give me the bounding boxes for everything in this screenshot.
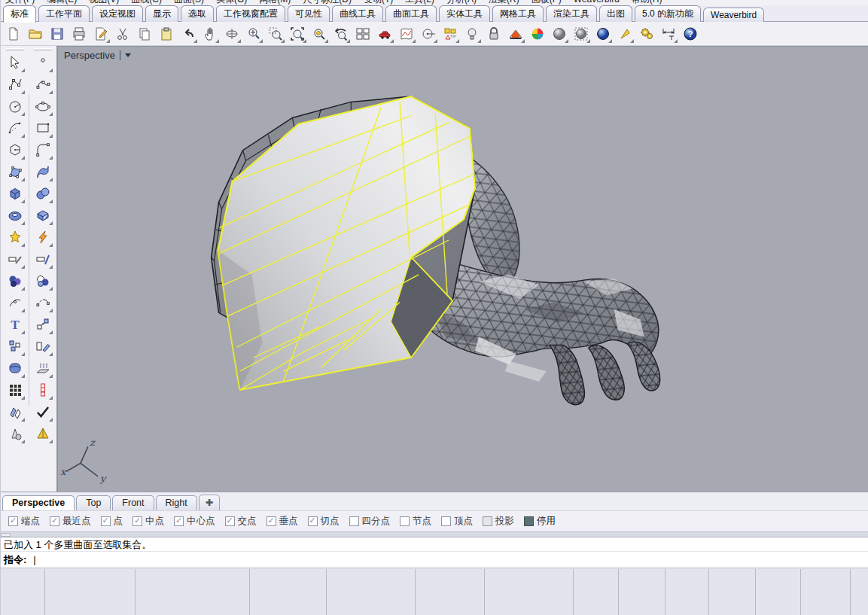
- polygon-icon[interactable]: [5, 139, 26, 160]
- osnap-toggle[interactable]: 四分点: [349, 515, 391, 528]
- osnap-checkbox[interactable]: [50, 516, 59, 526]
- arc-icon[interactable]: [5, 117, 26, 139]
- ribbon-tab[interactable]: 出图: [599, 5, 632, 22]
- save-icon[interactable]: [47, 24, 67, 44]
- cone-sphere-icon[interactable]: [5, 423, 26, 444]
- ribbon-tab[interactable]: 5.0 的新功能: [635, 5, 701, 22]
- select-by-type-icon[interactable]: [440, 24, 460, 44]
- array-grid-icon[interactable]: [5, 379, 26, 400]
- ribbon-tab[interactable]: 可见性: [288, 5, 330, 22]
- osnap-toggle[interactable]: 点: [101, 515, 123, 528]
- surface-patch-icon[interactable]: [32, 205, 53, 226]
- viewport-perspective[interactable]: Perspective: [57, 46, 868, 492]
- dimension-icon[interactable]: [659, 24, 678, 44]
- ribbon-tab[interactable]: 设定视图: [92, 5, 143, 22]
- blocks-icon[interactable]: [5, 336, 26, 357]
- zoom-window-icon[interactable]: [266, 24, 285, 44]
- fillet-edge-icon[interactable]: [5, 358, 26, 379]
- star-burst-icon[interactable]: [5, 227, 26, 248]
- walkabout-car-icon[interactable]: [375, 24, 394, 44]
- osnap-toggle[interactable]: 最近点: [50, 515, 91, 528]
- ribbon-tab[interactable]: 显示: [145, 5, 178, 22]
- ribbon-tab[interactable]: 渲染工具: [546, 5, 597, 22]
- zoom-selected-icon[interactable]: [309, 24, 329, 44]
- spotlight-icon[interactable]: [615, 24, 635, 44]
- pan-hand-icon[interactable]: [200, 24, 220, 44]
- interpolate-curve-icon[interactable]: [32, 74, 53, 95]
- osnap-checkbox[interactable]: [132, 516, 142, 526]
- linear-array-icon[interactable]: [32, 379, 53, 400]
- zoom-extents-icon[interactable]: [288, 24, 307, 44]
- pyramid-icon[interactable]: [32, 423, 53, 444]
- osnap-checkbox[interactable]: [308, 516, 318, 526]
- osnap-toggle[interactable]: 顶点: [441, 515, 473, 528]
- viewport-tab[interactable]: Right: [156, 495, 197, 510]
- ribbon-tab[interactable]: 选取: [181, 5, 214, 22]
- osnap-toggle[interactable]: 切点: [308, 515, 340, 528]
- osnap-checkbox[interactable]: [8, 516, 18, 526]
- osnap-checkbox[interactable]: [400, 516, 410, 526]
- osnap-checkbox[interactable]: [266, 516, 276, 526]
- drape-icon[interactable]: [32, 358, 53, 379]
- fillet-corner-icon[interactable]: [32, 139, 53, 160]
- copy-icon[interactable]: [135, 24, 154, 44]
- shaded-display-icon[interactable]: [550, 24, 569, 44]
- osnap-toggle[interactable]: 节点: [400, 515, 431, 528]
- open-file-icon[interactable]: [26, 24, 45, 44]
- viewport-tab[interactable]: Front: [112, 495, 154, 510]
- zoom-dynamic-icon[interactable]: [244, 24, 263, 44]
- surface-points-icon[interactable]: [5, 161, 26, 182]
- osnap-checkbox[interactable]: [101, 516, 111, 526]
- menu-item[interactable]: 实体(O): [216, 0, 247, 5]
- boolean-spheres-icon[interactable]: [32, 183, 53, 204]
- ribbon-tab[interactable]: 实体工具: [439, 5, 490, 22]
- menu-item[interactable]: 视图(V): [89, 0, 119, 5]
- single-point-icon[interactable]: [32, 52, 53, 73]
- osnap-toggle[interactable]: 投影: [483, 515, 514, 528]
- camera-target-icon[interactable]: [419, 24, 438, 44]
- help-icon[interactable]: ?: [681, 24, 700, 44]
- page-edit-icon[interactable]: [91, 24, 111, 44]
- menu-item[interactable]: Weaverbird: [574, 0, 620, 5]
- menu-item[interactable]: 文件(F): [5, 0, 35, 5]
- polyline-icon[interactable]: [5, 74, 26, 95]
- circle-icon[interactable]: [5, 96, 26, 117]
- menu-item[interactable]: 曲线(C): [131, 0, 162, 5]
- undo-icon[interactable]: [178, 24, 198, 44]
- ribbon-tab[interactable]: 网格工具: [492, 5, 544, 22]
- options-gears-icon[interactable]: [637, 24, 656, 44]
- torus-icon[interactable]: [5, 205, 26, 226]
- menu-item[interactable]: 分析(A): [446, 0, 477, 5]
- toolbar-grip[interactable]: [6, 48, 24, 50]
- osnap-toggle[interactable]: 垂点: [266, 515, 298, 528]
- viewport-menu-arrow-icon[interactable]: [125, 53, 131, 57]
- paste-icon[interactable]: [157, 24, 176, 44]
- osnap-toggle[interactable]: 中心点: [174, 515, 215, 528]
- solid-box-icon[interactable]: [5, 183, 26, 204]
- boolean-difference-icon[interactable]: [32, 270, 53, 291]
- extend-curve-icon[interactable]: [32, 292, 53, 313]
- ribbon-tab[interactable]: 标准: [3, 5, 36, 23]
- menu-item[interactable]: 渲染(R): [489, 0, 519, 5]
- osnap-checkbox[interactable]: [441, 516, 451, 526]
- viewport-title[interactable]: Perspective: [64, 50, 131, 61]
- cut-icon[interactable]: [113, 24, 132, 44]
- splitter-knob[interactable]: [1, 533, 11, 537]
- viewport-canvas[interactable]: z x y: [58, 47, 868, 492]
- osnap-checkbox[interactable]: [174, 516, 184, 526]
- select-arrow-icon[interactable]: [5, 52, 26, 73]
- osnap-toggle[interactable]: 中点: [132, 515, 164, 528]
- curved-surface-icon[interactable]: [32, 161, 53, 182]
- menu-item[interactable]: 工具(L): [405, 0, 434, 5]
- ribbon-tab[interactable]: 曲线工具: [332, 5, 383, 22]
- menu-item[interactable]: 尺寸标注(D): [303, 0, 352, 5]
- menu-item[interactable]: 帮助(H): [632, 0, 662, 5]
- point-check-icon[interactable]: [32, 401, 53, 422]
- explode-lightning-icon[interactable]: [32, 227, 53, 248]
- mesh-fingers[interactable]: [550, 342, 660, 405]
- command-line[interactable]: 指令: |: [1, 552, 868, 568]
- boolean-union-icon[interactable]: [5, 270, 26, 291]
- osnap-toggle[interactable]: 交点: [225, 515, 257, 528]
- ribbon-tab[interactable]: 工作平面: [38, 5, 90, 22]
- toolbar-grip[interactable]: [34, 48, 52, 50]
